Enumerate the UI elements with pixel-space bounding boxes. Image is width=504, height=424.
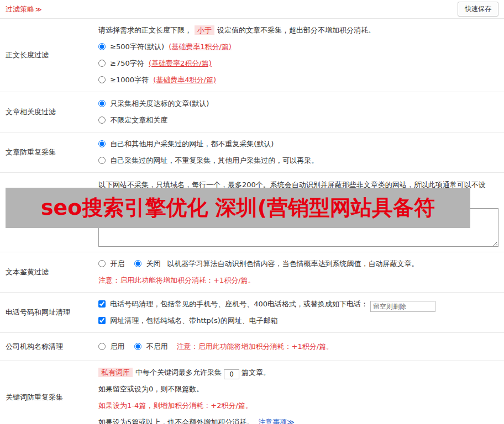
url-clean-option[interactable]: 网址清理，包括纯域名、带http(s)的网址、电子邮箱	[98, 316, 278, 325]
phone-clean-checkbox[interactable]	[98, 300, 106, 308]
company-option-off-radio[interactable]	[134, 343, 141, 350]
dedup-option-self-label: 自己采集过的网址，不重复采集，其他用户采集过的，可以再采。	[110, 156, 318, 165]
porn-option-on-label: 开启	[110, 259, 124, 268]
length-option-500-label: ≥500字符(默认)	[110, 43, 164, 51]
keyword-dedup-line4: 如果设为5篇或以上，也不会额外增加积分消耗。注意事项≫	[98, 414, 498, 424]
length-option-750[interactable]: ≥750字符 (基础费率2积分/篇)	[98, 59, 212, 67]
dedup-filter-label: 文章防重复采集	[0, 147, 98, 157]
porn-option-on-radio[interactable]	[98, 260, 106, 267]
page-title: 过滤策略≫	[6, 4, 42, 14]
row-company-clean: 公司机构名称清理 启用 不启用 注意：启用此功能将增加积分消耗：+1积分/篇。	[0, 333, 504, 361]
porn-option-off-label: 关闭	[146, 259, 160, 268]
length-filter-desc: 请选择需求的正文长度下限，小于设定值的文章不采集，超出部分不增加积分消耗。	[98, 22, 498, 39]
company-option-on[interactable]: 启用	[98, 342, 127, 351]
phone-url-clean-label: 电话号码和网址清理	[0, 308, 98, 317]
relevance-option-strict[interactable]: 只采集相关度达标的文章(默认)	[98, 99, 209, 108]
dedup-option-self-radio[interactable]	[98, 157, 106, 164]
length-option-500[interactable]: ≥500字符(默认) (基础费率1积分/篇)	[98, 43, 232, 51]
keyword-count-input[interactable]	[224, 369, 239, 379]
porn-option-off[interactable]: 关闭	[134, 259, 162, 268]
porn-filter-label: 文本鉴黄过滤	[0, 267, 98, 277]
phone-clean-option-label: 电话号码清理，包括常见的手机号、座机号、400电话格式，或替换成如下电话：	[110, 300, 368, 308]
length-option-500-note: (基础费率1积分/篇)	[169, 43, 232, 51]
private-lexicon-tag: 私有词库	[98, 368, 133, 377]
page-header: 过滤策略≫ 快速保存	[0, 0, 504, 19]
porn-option-on[interactable]: 开启	[98, 259, 127, 268]
url-clean-checkbox[interactable]	[98, 317, 106, 324]
porn-filter-warning: 注意：启用此功能将增加积分消耗：+1积分/篇。	[98, 272, 498, 289]
dedup-option-self[interactable]: 自己采集过的网址，不重复采集，其他用户采集过的，可以再采。	[98, 156, 318, 165]
row-relevance-filter: 文章相关度过滤 只采集相关度达标的文章(默认) 不限定文章相关度	[0, 92, 504, 132]
length-filter-label: 正文长度过滤	[0, 50, 98, 60]
length-option-1000-label: ≥1000字符	[110, 76, 149, 84]
row-dedup-filter: 文章防重复采集 自己和其他用户采集过的网址，都不重复采集(默认) 自己采集过的网…	[0, 132, 504, 173]
dedup-option-global-radio[interactable]	[98, 140, 106, 147]
relevance-option-any-label: 不限定文章相关度	[110, 116, 167, 124]
length-desc-post: 设定值的文章不采集，超出部分不增加积分消耗。	[217, 26, 375, 34]
chevron-down-icon[interactable]: ≫	[35, 6, 42, 13]
relevance-option-any[interactable]: 不限定文章相关度	[98, 116, 167, 124]
length-option-750-label: ≥750字符	[110, 59, 144, 67]
keyword-dedup-line4-text: 如果设为5篇或以上，也不会额外增加积分消耗。	[98, 418, 254, 424]
keyword-dedup-line1: 私有词库中每个关键词最多允许采集篇文章。	[98, 364, 498, 381]
length-option-1000-radio[interactable]	[98, 76, 106, 83]
porn-option-off-radio[interactable]	[134, 260, 141, 267]
company-option-on-radio[interactable]	[98, 343, 106, 350]
length-desc-highlight: 小于	[195, 25, 214, 35]
porn-filter-desc: 以机器学习算法自动识别色情内容，当色情概率达到系统阈值，自动屏蔽文章。	[167, 259, 419, 268]
phone-replace-input[interactable]	[370, 301, 435, 312]
length-option-1000-note: (基础费率4积分/篇)	[153, 76, 216, 84]
company-option-off-label: 不启用	[146, 342, 167, 351]
keyword-dedup-line2: 如果留空或设为0，则不限篇数。	[98, 381, 498, 398]
relevance-option-strict-label: 只采集相关度达标的文章(默认)	[110, 99, 209, 108]
length-option-750-note: (基础费率2积分/篇)	[149, 59, 212, 67]
company-clean-label: 公司机构名称清理	[0, 342, 98, 352]
quick-save-button[interactable]: 快速保存	[458, 2, 498, 17]
relevance-filter-label: 文章相关度过滤	[0, 107, 98, 117]
dedup-option-global-label: 自己和其他用户采集过的网址，都不重复采集(默认)	[110, 140, 274, 148]
watermark-text: seo搜索引擎优化 深圳(营销型网站具备符	[41, 194, 435, 222]
relevance-option-any-radio[interactable]	[98, 116, 106, 124]
length-option-1000[interactable]: ≥1000字符 (基础费率4积分/篇)	[98, 76, 216, 84]
row-porn-filter: 文本鉴黄过滤 开启 关闭 以机器学习算法自动识别色情内容，当色情概率达到系统阈值…	[0, 252, 504, 293]
keyword-dedup-label: 关键词防重复采集	[0, 393, 98, 402]
page-title-text: 过滤策略	[6, 5, 34, 13]
company-option-off[interactable]: 不启用	[134, 342, 170, 351]
company-option-on-label: 启用	[110, 342, 124, 351]
watermark-banner: seo搜索引擎优化 深圳(营销型网站具备符	[6, 188, 470, 228]
url-clean-option-label: 网址清理，包括纯域名、带http(s)的网址、电子邮箱	[110, 316, 278, 325]
keyword-dedup-line1-pre: 中每个关键词最多允许采集	[135, 368, 222, 377]
row-keyword-dedup: 关键词防重复采集 私有词库中每个关键词最多允许采集篇文章。 如果留空或设为0，则…	[0, 361, 504, 424]
phone-clean-option[interactable]: 电话号码清理，包括常见的手机号、座机号、400电话格式，或替换成如下电话：	[98, 300, 370, 308]
dedup-option-global[interactable]: 自己和其他用户采集过的网址，都不重复采集(默认)	[98, 140, 274, 148]
length-option-750-radio[interactable]	[98, 60, 106, 67]
row-length-filter: 正文长度过滤 请选择需求的正文长度下限，小于设定值的文章不采集，超出部分不增加积…	[0, 19, 504, 92]
notes-link[interactable]: 注意事项≫	[258, 418, 295, 424]
length-option-500-radio[interactable]	[98, 43, 106, 50]
relevance-option-strict-radio[interactable]	[98, 100, 106, 107]
company-clean-warning: 注意：启用此功能将增加积分消耗：+1积分/篇。	[177, 342, 334, 351]
row-phone-url-clean: 电话号码和网址清理 电话号码清理，包括常见的手机号、座机号、400电话格式，或替…	[0, 293, 504, 333]
keyword-dedup-line3: 如果设为1-4篇，则增加积分消耗：+2积分/篇。	[98, 398, 498, 414]
keyword-dedup-line1-post: 篇文章。	[242, 368, 270, 377]
length-desc-pre: 请选择需求的正文长度下限，	[98, 26, 192, 34]
